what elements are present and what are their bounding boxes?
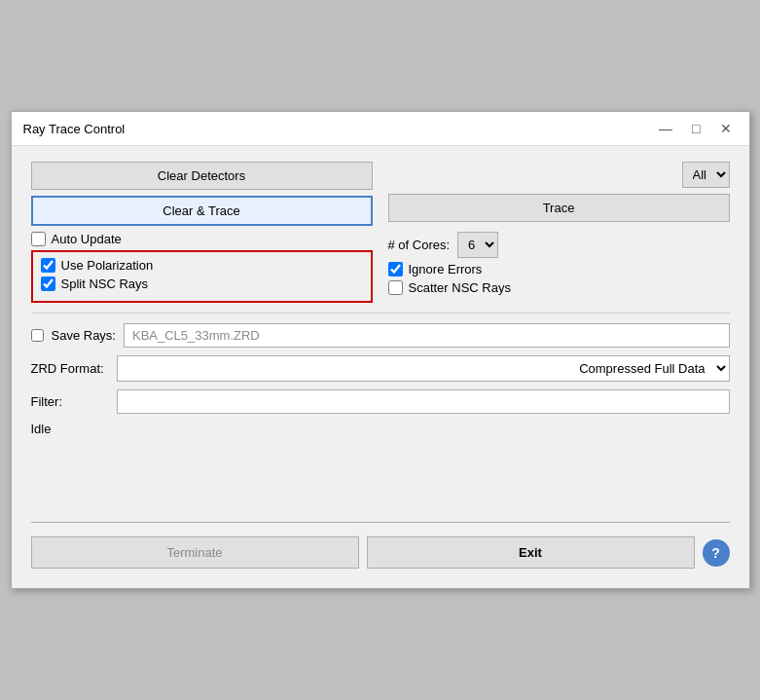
use-polarization-row: Use Polarization (41, 258, 363, 273)
all-dropdown-container: All (388, 162, 730, 188)
ignore-errors-checkbox[interactable] (388, 262, 403, 276)
split-nsc-rays-checkbox[interactable] (41, 276, 55, 291)
terminate-button[interactable]: Terminate (31, 536, 359, 569)
scatter-nsc-rays-row: Scatter NSC Rays (388, 280, 730, 295)
close-button[interactable]: ✕ (714, 120, 738, 137)
help-button[interactable]: ? (703, 539, 730, 567)
scatter-nsc-rays-label: Scatter NSC Rays (409, 280, 511, 295)
auto-update-checkbox[interactable] (31, 232, 46, 246)
use-polarization-label: Use Polarization (61, 258, 154, 273)
window-title: Ray Trace Control (23, 122, 126, 136)
highlighted-section: Use Polarization Split NSC Rays (31, 250, 373, 303)
title-bar: Ray Trace Control — □ ✕ (12, 112, 749, 146)
cores-select[interactable]: 6 1 2 4 8 (457, 232, 498, 258)
zrd-format-row: ZRD Format: Compressed Full Data Full Da… (31, 355, 730, 382)
main-window: Ray Trace Control — □ ✕ Clear Detectors … (11, 111, 750, 589)
right-buttons-col: All Trace (388, 162, 730, 226)
clear-trace-button[interactable]: Clear & Trace (31, 196, 373, 226)
content-area: Clear Detectors Clear & Trace All Trace (12, 146, 749, 588)
all-select[interactable]: All (682, 162, 730, 188)
title-bar-controls: — □ ✕ (653, 120, 737, 137)
save-rays-checkbox[interactable] (31, 329, 44, 342)
save-rays-row: Save Rays: (31, 323, 730, 348)
trace-button[interactable]: Trace (388, 194, 730, 222)
exit-button[interactable]: Exit (367, 536, 695, 569)
filter-row: Filter: (31, 389, 730, 414)
cores-label: # of Cores: (388, 238, 451, 252)
all-dropdown-row: All (388, 162, 730, 188)
auto-update-label: Auto Update (52, 232, 122, 246)
clear-detectors-button[interactable]: Clear Detectors (31, 162, 373, 190)
cores-row: # of Cores: 6 1 2 4 8 (388, 232, 730, 258)
options-row: Auto Update Use Polarization Split NSC R… (31, 232, 730, 303)
left-buttons-col: Clear Detectors Clear & Trace (31, 162, 373, 226)
use-polarization-checkbox[interactable] (41, 258, 55, 273)
divider-1 (31, 313, 730, 313)
auto-update-row: Auto Update (31, 232, 373, 246)
split-nsc-rays-row: Split NSC Rays (41, 276, 363, 291)
right-options: # of Cores: 6 1 2 4 8 Ignore Errors Scat (388, 232, 730, 303)
footer-row: Terminate Exit ? (31, 533, 730, 576)
ignore-errors-row: Ignore Errors (388, 262, 730, 276)
bottom-divider (31, 522, 730, 523)
save-rays-input[interactable] (124, 323, 730, 348)
top-buttons-row: Clear Detectors Clear & Trace All Trace (31, 162, 730, 226)
filter-input[interactable] (117, 389, 730, 414)
zrd-label: ZRD Format: (31, 361, 109, 376)
zrd-format-select[interactable]: Compressed Full Data Full Data Compresse… (117, 355, 730, 382)
spacer (31, 444, 730, 522)
left-options: Auto Update Use Polarization Split NSC R… (31, 232, 373, 303)
ignore-errors-label: Ignore Errors (409, 262, 483, 276)
status-text: Idle (31, 422, 730, 436)
minimize-button[interactable]: — (653, 120, 678, 137)
save-rays-label: Save Rays: (52, 328, 116, 343)
maximize-button[interactable]: □ (686, 120, 706, 137)
filter-label: Filter: (31, 394, 109, 409)
split-nsc-rays-label: Split NSC Rays (61, 276, 149, 291)
scatter-nsc-rays-checkbox[interactable] (388, 280, 403, 295)
